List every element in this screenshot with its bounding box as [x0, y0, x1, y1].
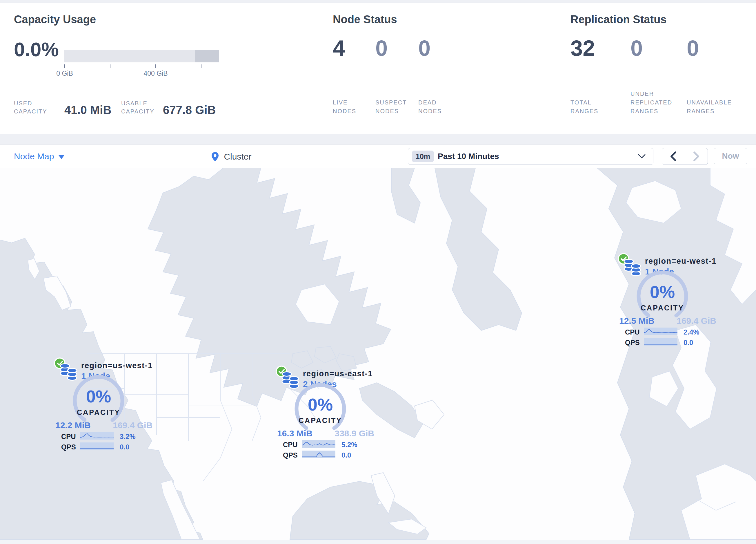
chevron-down-icon [59, 155, 64, 159]
under-replicated-ranges-label: UNDER-REPLICATED RANGES [630, 89, 680, 115]
under-replicated-ranges-value: 0 [630, 37, 643, 59]
capacity-usage-section: Capacity Usage 0.0% 0 GiB 400 GiB USED C… [14, 3, 327, 134]
live-nodes-label: LIVE NODES [333, 98, 370, 115]
capacity-usage-percent: 0.0% [14, 39, 59, 59]
capacity-axis-label-400: 400 GiB [132, 70, 179, 77]
used-capacity-label: USED CAPACITY [14, 99, 60, 115]
cpu-value: 2.4% [684, 328, 699, 336]
chevron-right-icon [693, 151, 699, 161]
suspect-nodes-value: 0 [375, 37, 388, 59]
time-step-forward-button[interactable] [685, 148, 708, 164]
unavailable-ranges-label: UNAVAILABLE RANGES [687, 98, 740, 115]
cpu-sparkline [80, 432, 114, 440]
suspect-nodes-label: SUSPECT NODES [375, 98, 413, 115]
chevron-down-icon [638, 154, 646, 159]
cpu-label: CPU [283, 441, 298, 449]
region-marker-us-east-1[interactable]: region=us-east-1 2 Nodes 0% CAPACITY 16.… [275, 365, 375, 463]
cpu-value: 5.2% [341, 441, 357, 449]
node-status-section: Node Status 4 0 0 LIVE NODES SUSPECT NOD… [333, 3, 536, 134]
capacity-bar-reserved-segment [195, 50, 219, 62]
time-step-back-button[interactable] [662, 148, 685, 164]
cpu-sparkline [302, 440, 335, 448]
total-ranges-label: TOTAL RANGES [570, 98, 614, 115]
map-footer-strip [0, 540, 756, 544]
toolbar-divider [338, 145, 338, 168]
region-capacity-label: CAPACITY [633, 304, 691, 312]
usable-capacity-label: USABLE CAPACITY [121, 99, 168, 115]
capacity-axis-tick [64, 64, 65, 68]
world-map [0, 168, 756, 540]
region-capacity-percent: 0% [70, 388, 128, 405]
replication-status-section: Replication Status 32 0 0 TOTAL RANGES U… [570, 3, 756, 134]
used-capacity-value: 41.0 MiB [64, 104, 111, 116]
chevron-left-icon [670, 151, 677, 161]
node-map-canvas: region=us-west-1 1 Node 0% CAPACITY 12.2… [0, 168, 756, 540]
region-marker-us-west-1[interactable]: region=us-west-1 1 Node 0% CAPACITY 12.2… [54, 357, 154, 454]
region-capacity-percent: 0% [291, 396, 349, 414]
capacity-axis-tick [155, 64, 156, 68]
cpu-value: 3.2% [120, 433, 136, 441]
location-pin-icon [212, 152, 219, 161]
region-name: region=eu-west-1 [645, 257, 717, 266]
dead-nodes-value: 0 [418, 37, 430, 59]
replication-status-title: Replication Status [570, 13, 667, 26]
cluster-overview-page: Capacity Usage 0.0% 0 GiB 400 GiB USED C… [0, 0, 756, 544]
region-name: region=us-east-1 [303, 369, 373, 378]
region-capacity-percent: 0% [633, 284, 691, 301]
region-name: region=us-west-1 [81, 361, 153, 370]
node-status-title: Node Status [333, 13, 397, 26]
qps-value: 0.0 [120, 443, 129, 451]
capacity-usage-bar [64, 50, 219, 62]
time-range-label: Past 10 Minutes [438, 148, 499, 164]
region-used-capacity: 16.3 MiB [277, 429, 312, 438]
region-marker-eu-west-1[interactable]: region=eu-west-1 1 Node 0% CAPACITY 12.5… [617, 253, 717, 350]
region-used-capacity: 12.5 MiB [619, 316, 655, 326]
unavailable-ranges-value: 0 [687, 37, 699, 59]
view-selector-label: Node Map [14, 151, 54, 161]
qps-label: QPS [283, 451, 298, 459]
now-button[interactable]: Now [714, 148, 747, 164]
region-total-capacity: 169.4 GiB [113, 420, 152, 430]
qps-sparkline [80, 443, 114, 450]
live-nodes-value: 4 [333, 37, 345, 59]
dead-nodes-label: DEAD NODES [418, 98, 456, 115]
capacity-axis-tick [110, 64, 110, 68]
time-range-badge: 10m [412, 150, 434, 162]
time-step-buttons [662, 148, 708, 165]
qps-sparkline [302, 451, 335, 458]
region-capacity-label: CAPACITY [291, 416, 349, 425]
usable-capacity-value: 677.8 GiB [163, 104, 216, 116]
cpu-sparkline [644, 328, 677, 335]
region-used-capacity: 12.2 MiB [55, 420, 91, 430]
qps-sparkline [644, 338, 677, 346]
qps-value: 0.0 [341, 451, 351, 459]
qps-label: QPS [625, 339, 640, 347]
map-toolbar: Node Map Cluster 10m Past 10 Minutes [0, 144, 756, 168]
qps-label: QPS [61, 443, 76, 451]
qps-value: 0.0 [684, 339, 693, 347]
cluster-summary-bar: Capacity Usage 0.0% 0 GiB 400 GiB USED C… [0, 3, 756, 134]
region-total-capacity: 338.9 GiB [335, 429, 374, 438]
breadcrumb[interactable]: Cluster [212, 145, 251, 168]
capacity-axis-label-0: 0 GiB [41, 70, 88, 77]
cpu-label: CPU [625, 328, 640, 336]
view-selector-dropdown[interactable]: Node Map [14, 145, 64, 168]
total-ranges-value: 32 [570, 37, 595, 59]
capacity-axis-tick [201, 64, 201, 68]
region-total-capacity: 169.4 GiB [677, 316, 716, 326]
region-capacity-label: CAPACITY [70, 408, 128, 417]
capacity-usage-title: Capacity Usage [14, 13, 96, 26]
cpu-label: CPU [61, 433, 76, 441]
breadcrumb-cluster-label: Cluster [224, 152, 251, 161]
time-range-selector[interactable]: 10m Past 10 Minutes [408, 148, 653, 165]
